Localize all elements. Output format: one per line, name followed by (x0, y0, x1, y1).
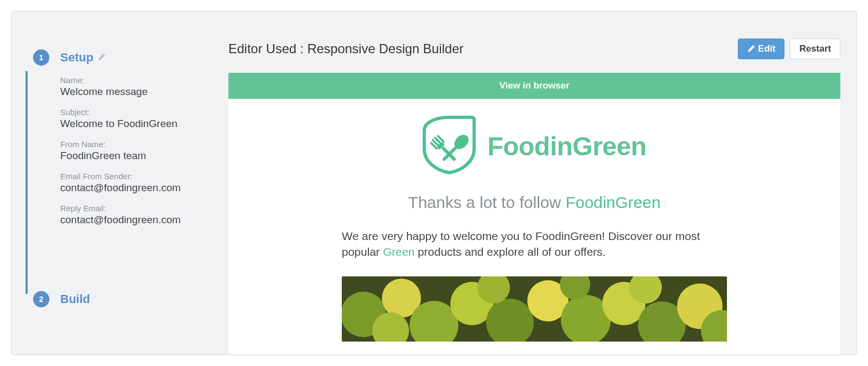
pencil-icon (747, 45, 755, 53)
field-subject: Subject: Welcome to FoodinGreen (60, 108, 207, 130)
fork-spoon-shield-icon (422, 115, 476, 177)
email-preview: View in browser (228, 73, 840, 355)
edit-button-label: Edit (758, 43, 775, 54)
field-name: Name: Welcome message (60, 75, 207, 98)
field-reply-email: Reply Email: contact@foodingreen.com (60, 204, 207, 226)
step-setup-body: Name: Welcome message Subject: Welcome t… (33, 75, 207, 226)
step-build-number: 2 (33, 291, 49, 307)
edit-button[interactable]: Edit (738, 39, 784, 59)
step-build-title: Build (60, 292, 90, 306)
main-area: Editor Used : Responsive Design Builder … (218, 11, 857, 355)
body-part2: products and explore all of our offers. (414, 245, 605, 258)
main-header: Editor Used : Responsive Design Builder … (228, 39, 840, 59)
field-reply-email-value: contact@foodingreen.com (60, 214, 207, 226)
field-from-email-value: contact@foodingreen.com (60, 182, 207, 194)
action-buttons: Edit Restart (738, 39, 840, 59)
headline-prefix: Thanks a lot to follow (408, 193, 565, 211)
step-setup: 1 Setup Name: Welcome message Subject: W… (33, 49, 207, 226)
body-accent: Green (383, 245, 414, 258)
headline-brand-accent: FoodinGreen (566, 193, 661, 211)
step-setup-number: 1 (33, 49, 49, 66)
field-name-label: Name: (60, 75, 207, 85)
field-reply-email-label: Reply Email: (60, 204, 207, 213)
campaign-panel: 1 Setup Name: Welcome message Subject: W… (11, 11, 857, 355)
brand-logo: FoodinGreen (228, 99, 840, 182)
sidebar: 1 Setup Name: Welcome message Subject: W… (11, 11, 218, 355)
field-subject-label: Subject: (60, 108, 207, 117)
field-name-value: Welcome message (60, 86, 207, 98)
field-from-name-label: From Name: (60, 140, 207, 149)
editor-used-label: Editor Used : Responsive Design Builder (228, 41, 464, 56)
email-headline: Thanks a lot to follow FoodinGreen (228, 193, 840, 212)
step-setup-header[interactable]: 1 Setup (33, 49, 207, 66)
field-from-email: Email From Sender: contact@foodingreen.c… (60, 172, 207, 194)
field-subject-value: Welcome to FoodinGreen (60, 118, 207, 130)
step-build-header[interactable]: 2 Build (33, 291, 90, 307)
step-setup-title: Setup (60, 51, 93, 65)
restart-button-label: Restart (799, 43, 831, 54)
step-build: 2 Build (33, 291, 90, 317)
view-in-browser-link[interactable]: View in browser (228, 73, 840, 99)
step-connector-line (25, 71, 28, 294)
field-from-name-value: FoodinGreen team (60, 150, 207, 162)
restart-button[interactable]: Restart (790, 39, 840, 59)
brand-name-text: FoodinGreen (487, 131, 646, 161)
hero-image (342, 276, 727, 342)
email-body-text: We are very happy to welcome you to Food… (342, 228, 727, 260)
field-from-email-label: Email From Sender: (60, 172, 207, 181)
pencil-icon[interactable] (98, 53, 105, 62)
field-from-name: From Name: FoodinGreen team (60, 140, 207, 162)
